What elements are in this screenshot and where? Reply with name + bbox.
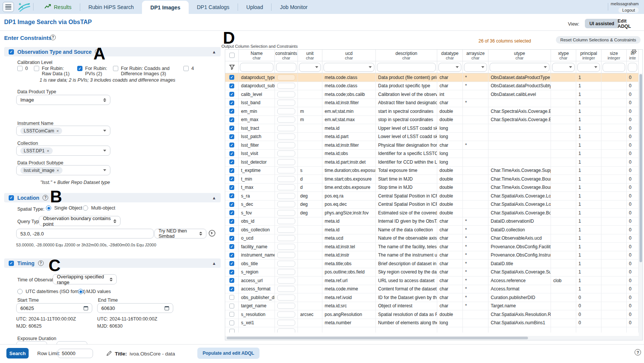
table-row[interactable]: ✓lsst_visitmeta.id;obsIdentifier for a s… [225,150,639,158]
tab-dp1-catalogs[interactable]: DP1 Catalogs [189,0,238,14]
table-row[interactable]: ✓facility_namemeta.id;instr.telThe name … [225,243,639,251]
constraint-input[interactable] [277,227,295,233]
horizontal-scrollbar-thumb[interactable] [227,337,528,339]
table-row[interactable]: ✓lsst_filtermeta.id;instr.filterPhysical… [225,141,639,150]
filter-input-xtype[interactable] [552,63,575,72]
chip-close-icon[interactable]: × [56,168,59,173]
time-of-observation-select[interactable]: Overlapping specified range [53,274,117,284]
horizontal-scrollbar[interactable] [225,336,639,340]
vertical-scrollbar[interactable] [639,73,642,340]
chevron-up-icon[interactable]: ▲ [212,196,216,200]
constraint-input[interactable] [277,278,295,284]
exposure-max-input[interactable] [56,341,87,344]
column-header-xtype[interactable]: xtypechar [551,50,576,61]
constraint-input[interactable] [277,320,295,326]
table-row[interactable]: ✓dataproduct_typemeta.code.classData pro… [225,73,639,82]
help-icon[interactable]: ? [635,349,641,355]
row-checkbox[interactable]: ✓ [229,202,234,207]
column-header-unit[interactable]: unitchar [298,50,322,61]
table-row[interactable]: ✓em_maxmem.wl;stat.maxstop in spectral c… [225,116,639,125]
filter-input-constraints[interactable] [276,63,296,72]
instrument-name-multiselect[interactable]: LSSTComCam× [16,126,110,136]
section-timing[interactable]: ✓ Timing ? ▲ [4,258,221,268]
table-row[interactable]: ✓o_ucdmeta.ucdNature of the observable a… [225,234,639,243]
tab-rubin-hips-search[interactable]: Rubin HiPS Search [80,0,142,14]
constraint-input[interactable] [277,167,295,173]
constraint-input[interactable] [277,134,295,140]
reset-columns-button[interactable]: Reset Column Selections & Constraints [556,36,641,44]
column-header-size[interactable]: sizeinteger [601,50,627,61]
time-format-option-1[interactable]: MJD values [78,289,111,294]
spatial-option-radio-1[interactable] [83,205,88,211]
column-header-description[interactable]: descriptionchar [376,50,437,61]
populate-adql-button[interactable]: Populate and edit ADQL [197,348,259,359]
constraint-input[interactable] [277,328,295,333]
table-row[interactable]: ✓s_radegpos.eq.raCentral Spatial Positio… [225,192,639,200]
table-row[interactable]: ✓s_regionpos.outline;obs.fieldSky region… [225,268,639,277]
constraint-input[interactable] [277,261,295,267]
row-checkbox[interactable]: ✓ [229,75,234,80]
filter-input-ucd[interactable] [324,63,374,72]
tab-results[interactable]: Results [36,0,80,14]
constraint-input[interactable] [277,117,295,123]
chevron-up-icon[interactable]: ▲ [212,50,216,54]
resolver-select[interactable]: Try NED then Simbad [154,229,206,238]
table-row[interactable]: ✓s_decdegpos.eq.decCentral Spatial Posit… [225,200,639,209]
row-checkbox[interactable]: ✓ [229,219,234,224]
constraint-input[interactable] [277,193,295,199]
table-row[interactable]: ✓t_exptimestime.duration;obs.exposureTot… [225,167,639,175]
filter-input-Name[interactable] [240,63,273,72]
row-checkbox[interactable]: ✓ [229,109,234,114]
constraint-input[interactable] [277,83,295,89]
calibration-checkbox-3[interactable] [113,66,118,71]
constraint-input[interactable] [277,176,295,182]
filter-input-arraysize[interactable] [464,63,487,72]
constraint-input[interactable] [277,286,295,292]
row-checkbox[interactable]: ✓ [229,176,234,181]
row-checkbox[interactable]: ✓ [229,126,234,131]
row-checkbox[interactable]: ✓ [229,92,234,97]
row-checkbox[interactable]: ✓ [229,210,234,215]
table-row[interactable]: s_resolutionarcsecpos.angResolutionSpati… [225,310,639,319]
end-time-input[interactable]: 60630 [97,303,173,313]
table-row[interactable]: ✓access_formatmeta.code.mimeContent form… [225,285,639,294]
location-help-icon[interactable]: ? [43,195,48,200]
row-checkbox[interactable]: ✓ [229,100,234,105]
row-checkbox[interactable] [229,312,234,317]
table-row[interactable]: ✓obs_idmeta.idInternal ID given by the O… [225,217,639,226]
calendar-icon[interactable] [165,306,169,310]
row-checkbox[interactable]: ✓ [229,143,234,147]
time-format-option-radio-0[interactable] [17,289,23,294]
filter-input-datatype[interactable] [438,63,461,72]
tab-job-monitor[interactable]: Job Monitor [272,0,316,14]
table-row[interactable]: ✓obs_titlemeta.title;obsBrief descriptio… [225,260,639,268]
chevron-up-icon[interactable]: ▲ [212,261,216,266]
filter-input-description[interactable] [377,63,436,72]
location-checkbox[interactable]: ✓ [9,195,14,200]
row-checkbox[interactable]: ✓ [229,261,234,266]
column-header-datatype[interactable]: datatypechar [437,50,463,61]
table-row[interactable]: ✓lsst_tractmeta.idUpper level of LSST co… [225,124,639,133]
timing-help-icon[interactable]: ? [38,260,44,266]
filter-input-in[interactable] [628,63,637,72]
data-product-subtype-multiselect[interactable]: lsst.visit_image× [16,165,110,175]
table-row[interactable]: ✓dataproduct_subtypemeta.code.classData … [225,82,639,91]
table-row[interactable]: ✓calib_levelmeta.code;obs.calibCalibrati… [225,90,639,99]
tab-upload[interactable]: Upload [238,0,271,14]
row-checkbox[interactable]: ✓ [229,253,234,258]
time-format-option-0[interactable]: UTC date/times (ISO format) [17,289,85,294]
constraint-input[interactable] [277,74,295,80]
calibration-checkbox-0[interactable] [17,66,23,71]
spatial-option-1[interactable]: Multi-object [83,205,115,211]
hamburger-menu-icon[interactable] [3,2,14,12]
select-all-checkbox[interactable] [229,53,235,58]
tab-dp1-images[interactable]: DP1 Images [142,1,188,14]
coordinates-input[interactable]: 53.0, -28.0 [16,229,154,238]
constraint-input[interactable] [277,125,295,131]
row-checkbox[interactable] [229,295,234,300]
table-row[interactable]: target_namemeta.id;srcObject of interest… [225,302,639,311]
row-checkbox[interactable]: ✓ [229,236,234,241]
column-header-utype[interactable]: utypechar [488,50,551,61]
time-format-option-radio-1[interactable] [78,289,83,294]
table-row[interactable]: ✓instrument_namemeta.id;instrThe name of… [225,251,639,260]
